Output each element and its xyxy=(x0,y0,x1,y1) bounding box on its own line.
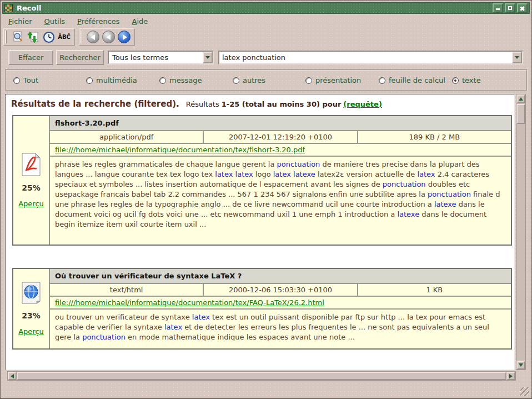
triangle-right-icon xyxy=(509,374,513,378)
result-mime-type: text/html xyxy=(50,284,203,296)
search-button[interactable]: Rechercher xyxy=(56,50,104,65)
result-separator xyxy=(11,246,510,268)
filter-radio-multimedia[interactable]: multimédia xyxy=(86,76,137,84)
query-type-value: Tous les termes xyxy=(109,53,168,62)
radio-icon xyxy=(233,77,239,84)
radio-icon xyxy=(379,77,385,84)
previous-page-button[interactable] xyxy=(101,29,116,44)
result-url-row: file:///home/michael/informatique/docume… xyxy=(50,297,511,308)
document-magnifier-icon xyxy=(12,31,24,43)
minimize-button[interactable] xyxy=(493,3,503,13)
result-title: Où trouver un vérificateur de syntaxe La… xyxy=(50,269,511,283)
radio-icon xyxy=(452,77,459,84)
scroll-down-button[interactable] xyxy=(516,361,525,370)
menu-fichier[interactable]: Fichier xyxy=(3,16,37,27)
search-entry-combo[interactable] xyxy=(218,51,523,64)
menu-aide[interactable]: Aide xyxy=(127,16,153,27)
result-mime-type: application/pdf xyxy=(50,131,203,143)
filter-radio-presentation[interactable]: présentation xyxy=(305,76,361,84)
category-filter-bar: Tout multimédia message autres présentat… xyxy=(5,69,528,91)
history-button[interactable] xyxy=(41,29,56,44)
result-details: Où trouver un vérificateur de syntaxe La… xyxy=(50,269,511,348)
preview-link[interactable]: Aperçu xyxy=(18,327,44,336)
update-index-button[interactable] xyxy=(26,29,41,44)
toolbar: ÂBĈ xyxy=(3,28,135,46)
result-snippet: phrase les regles grammaticales de chaqu… xyxy=(50,157,511,245)
filter-radio-texte[interactable]: texte xyxy=(452,76,481,84)
document-sync-arrows-icon xyxy=(27,31,39,43)
window-resize-grip[interactable] xyxy=(520,387,529,396)
chevron-down-icon xyxy=(515,56,519,59)
vertical-scrollbar[interactable] xyxy=(516,94,526,370)
triangle-left-icon xyxy=(11,374,14,378)
filter-label: présentation xyxy=(315,76,361,84)
scroll-right-button[interactable] xyxy=(506,372,515,380)
results-count-prefix: Résultats xyxy=(186,100,219,108)
results-title: Résultats de la recherche (filtered). xyxy=(11,99,179,109)
clear-button[interactable]: Effacer xyxy=(8,50,53,65)
result-snippet: ou trouver un verificateur de syntaxe la… xyxy=(50,310,511,348)
next-page-button[interactable] xyxy=(117,29,132,44)
filter-label: texte xyxy=(462,76,481,84)
horizontal-scrollbar-thumb[interactable] xyxy=(17,372,506,380)
window-title: Recoll xyxy=(17,4,41,12)
result-side-panel: 23% Aperçu xyxy=(13,269,49,348)
toolbar-handle[interactable] xyxy=(81,31,83,43)
result-date: 2007-12-01 12:19:20 +0100 xyxy=(204,131,357,143)
relevance-percent: 25% xyxy=(22,183,41,192)
result-title: flshort-3.20.pdf xyxy=(50,116,511,130)
term-explorer-button[interactable]: ÂBĈ xyxy=(57,29,72,44)
result-size: 1 KB xyxy=(358,284,511,296)
preview-document-button[interactable] xyxy=(10,29,25,44)
radio-icon xyxy=(86,77,93,84)
query-details-link[interactable]: (requête) xyxy=(343,100,382,108)
scroll-up-button[interactable] xyxy=(516,94,525,103)
query-type-dropdown-button[interactable] xyxy=(203,52,213,63)
back-arrow-icon xyxy=(102,31,115,43)
result-url-row: file:///home/michael/informatique/docume… xyxy=(50,144,511,156)
minimize-icon xyxy=(496,8,500,10)
triangle-up-icon xyxy=(519,97,523,101)
filter-radio-tout[interactable]: Tout xyxy=(13,76,38,84)
preview-link[interactable]: Aperçu xyxy=(18,200,44,208)
result-details: flshort-3.20.pdf application/pdf 2007-12… xyxy=(50,116,511,245)
search-history-dropdown-button[interactable] xyxy=(512,52,522,63)
radio-icon xyxy=(305,77,312,84)
maximize-icon xyxy=(508,6,512,10)
vertical-scrollbar-thumb[interactable] xyxy=(516,104,525,124)
search-input[interactable] xyxy=(219,53,512,62)
back-arrow-icon xyxy=(87,31,99,43)
result-side-panel: 25% Aperçu xyxy=(13,116,49,245)
abc-letters-icon: ÂBĈ xyxy=(58,34,71,40)
filter-label: feuille de calcul xyxy=(389,76,445,84)
maximize-button[interactable] xyxy=(505,3,515,13)
filter-radio-message[interactable]: message xyxy=(159,76,202,84)
result-meta-row: application/pdf 2007-12-01 12:19:20 +010… xyxy=(50,131,511,143)
query-type-select[interactable]: Tous les termes xyxy=(108,51,214,64)
scroll-left-button[interactable] xyxy=(8,372,17,380)
filter-radio-feuille-de-calcul[interactable]: feuille de calcul xyxy=(379,76,445,84)
filter-label: Tout xyxy=(23,76,38,84)
close-button[interactable] xyxy=(517,3,528,13)
radio-icon xyxy=(159,77,166,84)
menu-outils[interactable]: Outils xyxy=(39,16,71,27)
toolbar-group-tools: ÂBĈ xyxy=(3,28,75,46)
filter-radio-autres[interactable]: autres xyxy=(233,76,265,84)
filter-label: multimédia xyxy=(96,76,137,84)
html-file-icon xyxy=(21,282,41,304)
toolbar-handle[interactable] xyxy=(5,31,8,43)
recoll-window: Recoll Fichier Outils Préférences Aide xyxy=(0,0,532,399)
result-url-link[interactable]: file:///home/michael/informatique/docume… xyxy=(55,146,305,154)
results-panel: Résultats de la recherche (filtered).Rés… xyxy=(5,94,515,370)
toolbar-group-navigation xyxy=(79,28,135,46)
results-count: 1-25 (total au moins 30) pour xyxy=(222,100,342,108)
pdf-file-icon xyxy=(21,153,41,176)
results-header: Résultats de la recherche (filtered).Rés… xyxy=(11,99,510,109)
menu-preferences[interactable]: Préférences xyxy=(72,16,124,27)
result-url-link[interactable]: file:///home/michael/informatique/docume… xyxy=(55,298,324,307)
filter-label: autres xyxy=(243,76,265,84)
first-page-button[interactable] xyxy=(86,29,101,44)
chevron-down-icon xyxy=(205,56,210,59)
horizontal-scrollbar[interactable] xyxy=(7,371,516,381)
titlebar[interactable]: Recoll xyxy=(2,2,530,14)
